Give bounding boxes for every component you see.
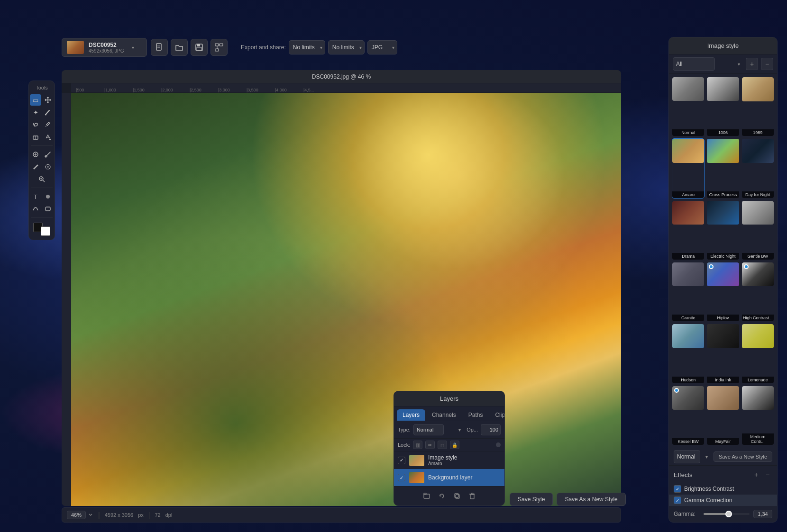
delete-layer-button[interactable]	[467, 490, 478, 502]
zoom-value[interactable]: 46%	[67, 511, 86, 519]
effects-add-button[interactable]: +	[751, 470, 761, 479]
layer-item-background[interactable]: ✓ Background layer	[394, 469, 504, 486]
image-dimensions: 4592 x 3056	[105, 512, 134, 518]
lock-icon-edit[interactable]: ✏	[425, 441, 435, 449]
background-color[interactable]	[41, 226, 50, 236]
layer-item-image-style[interactable]: ✓ Image style Amaro	[394, 451, 504, 469]
tools-title: Tools	[31, 85, 53, 90]
style-item-high-contrast[interactable]: High Contrast...	[741, 262, 774, 322]
canvas-image-area[interactable]	[71, 93, 621, 506]
ruler-mark-1: |500	[76, 88, 104, 92]
color-swatch[interactable]	[33, 223, 50, 236]
svg-rect-32	[455, 494, 458, 497]
clone-stamp-button[interactable]	[30, 149, 41, 160]
dropper-button[interactable]	[42, 119, 54, 130]
photo-canvas[interactable]	[71, 93, 621, 506]
gamma-value[interactable]: 1,34	[753, 510, 772, 518]
save-icon	[195, 43, 203, 52]
style-item-granite[interactable]: Granite	[672, 262, 705, 322]
gamma-slider-track[interactable]	[704, 513, 750, 515]
layer-visibility-background[interactable]: ✓	[398, 474, 405, 481]
selection-tool-button[interactable]: ▭	[30, 94, 41, 106]
style-item-medium-cont[interactable]: Medium Contr...	[741, 386, 774, 445]
style-filter-select[interactable]: All Vintage Black & White Color HDR	[673, 57, 715, 71]
blend-mode-select[interactable]: Normal Multiply Screen Overlay	[674, 450, 700, 463]
no-limits-select-wrapper: No limits 2MB 5MB	[289, 40, 325, 54]
style-item-normal[interactable]: Normal	[672, 77, 705, 136]
gamma-slider-thumb[interactable]	[725, 511, 732, 517]
opacity-input[interactable]	[481, 424, 501, 435]
type-label: Type:	[398, 427, 411, 433]
format-select[interactable]: JPG PNG TIFF WebP	[367, 40, 397, 54]
pencil-button[interactable]	[30, 161, 41, 172]
style-add-button[interactable]: +	[746, 58, 758, 70]
save-style-button[interactable]: Save Style	[510, 493, 553, 506]
zoom-button[interactable]	[36, 173, 47, 185]
canvas-title: DSC00952.jpg @ 46 %	[312, 73, 371, 80]
svg-rect-31	[456, 495, 459, 498]
style-item-1006[interactable]: 1006	[706, 77, 739, 136]
healing-button[interactable]	[42, 149, 54, 160]
rounded-rect-button[interactable]	[42, 203, 54, 215]
style-item-hiplov[interactable]: Hiplov	[706, 262, 739, 322]
save-as-new-style-button-2[interactable]: Save As a New Style	[557, 493, 625, 506]
layer-type-select[interactable]: Normal Multiply Screen Overlay	[413, 424, 444, 435]
save-as-new-style-button[interactable]: Save As a New Style	[714, 451, 772, 462]
lock-icon-move[interactable]: ◻	[438, 441, 447, 449]
style-item-lemonade[interactable]: Lemonade	[741, 324, 774, 383]
style-item-amaro[interactable]: Amaro	[672, 138, 705, 198]
path-button[interactable]	[30, 203, 41, 215]
svg-rect-28	[46, 207, 50, 211]
file-dropdown-icon[interactable]: ▾	[132, 45, 134, 50]
brightness-contrast-row[interactable]: ✓ Brightness Contrast	[669, 483, 777, 495]
style-item-1989[interactable]: 1989	[741, 77, 774, 136]
save-button[interactable]	[191, 39, 208, 56]
duplicate-layer-button[interactable]	[451, 490, 463, 502]
style-item-cross-process[interactable]: Cross Process	[706, 138, 739, 198]
style-item-india-ink[interactable]: India Ink	[706, 324, 739, 383]
layer-visibility-image-style[interactable]: ✓	[398, 457, 405, 464]
lock-icon-all[interactable]: 🔒	[450, 441, 459, 449]
ruler-mark-4: |2,000	[161, 88, 190, 92]
file-info[interactable]: DSC00952 4592x3056, JPG ▾	[62, 38, 147, 57]
style-item-hudson[interactable]: Hudson	[672, 324, 705, 383]
open-folder-button[interactable]	[171, 39, 188, 56]
tool-divider-2	[31, 188, 53, 188]
style-item-gentle-bw[interactable]: Gentle BW	[741, 200, 774, 260]
tool-row-1: ▭	[30, 94, 54, 106]
tab-clipboard[interactable]: Clipboard	[489, 409, 505, 421]
style-item-electric-night[interactable]: Electric Night	[706, 200, 739, 260]
save-buttons: Save Style Save As a New Style	[510, 493, 626, 506]
share-button[interactable]	[210, 39, 228, 56]
tab-paths[interactable]: Paths	[463, 409, 489, 421]
brush-button[interactable]	[42, 107, 54, 118]
eraser-button[interactable]	[30, 131, 41, 143]
style-item-mayfair[interactable]: MayFair	[706, 386, 739, 445]
style-remove-button[interactable]: −	[761, 58, 773, 70]
new-group-button[interactable]	[421, 490, 432, 502]
svg-point-27	[46, 195, 50, 198]
move-tool-button[interactable]	[42, 94, 54, 106]
image-style-label: Image style	[707, 42, 739, 49]
undo-button[interactable]	[436, 490, 448, 502]
tab-layers[interactable]: Layers	[397, 409, 425, 421]
tab-channels[interactable]: Channels	[426, 409, 462, 421]
brightness-contrast-label: Brightness Contrast	[684, 486, 734, 492]
lasso-button[interactable]	[30, 119, 41, 130]
magic-wand-button[interactable]: ✦	[30, 107, 41, 118]
brightness-contrast-check[interactable]: ✓	[674, 485, 681, 493]
paint-bucket-button[interactable]	[42, 131, 54, 143]
effects-remove-button[interactable]: −	[763, 470, 772, 479]
spotlight-button[interactable]	[42, 191, 54, 202]
text-button[interactable]: T	[30, 191, 41, 202]
gamma-correction-row[interactable]: ✓ Gamma Correction	[669, 495, 777, 506]
style-item-day-night[interactable]: Day for Night	[741, 138, 774, 198]
no-limits-select-1[interactable]: No limits 2MB 5MB	[289, 40, 325, 54]
no-limits-select-2[interactable]: No limits 1920px 1080px	[328, 40, 365, 54]
style-item-drama[interactable]: Drama	[672, 200, 705, 260]
blur-button[interactable]	[42, 161, 54, 172]
lock-icon-pixels[interactable]: ▥	[413, 441, 422, 449]
gamma-correction-check[interactable]: ✓	[674, 496, 681, 504]
new-document-button[interactable]	[151, 39, 168, 56]
style-item-kessel-bw[interactable]: Kessel BW	[672, 386, 705, 445]
